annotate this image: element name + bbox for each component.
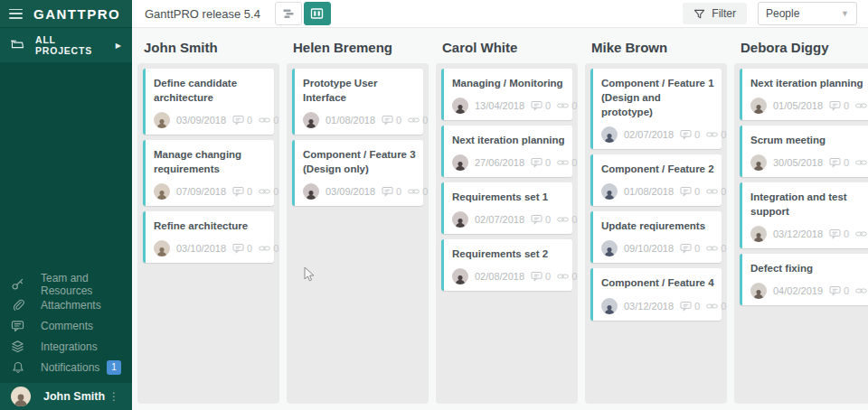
sidebar-spacer [0, 62, 132, 274]
comments-count: 0 [382, 115, 401, 126]
column-title: John Smith [137, 28, 279, 63]
task-meta: 09/10/2018 0 0 [601, 240, 714, 256]
column-body[interactable]: Managing / Monitoring 13/04/2018 0 0 Nex… [436, 63, 578, 404]
comment-count-icon [680, 301, 692, 312]
key-icon [11, 277, 24, 291]
comments-count: 0 [680, 301, 700, 312]
comment-count-icon [232, 243, 244, 254]
task-title: Component / Feature 1 (Design and protot… [601, 76, 714, 119]
task-date: 03/10/2018 [176, 243, 226, 254]
task-title: Component / Feature 4 [601, 275, 714, 290]
main-area: GanttPRO release 5.4 Filter People ▼ J [132, 0, 868, 410]
task-card[interactable]: Requirements set 2 02/08/2018 0 0 [441, 239, 572, 291]
link-icon [408, 187, 420, 196]
task-title: Requirements set 2 [452, 247, 565, 261]
attachments-count: 0 [557, 271, 577, 282]
dots-vertical-icon[interactable]: ⋮ [107, 390, 121, 403]
sidebar-item-label: Team and Resources [41, 272, 121, 297]
task-card[interactable]: Component / Feature 4 03/12/2018 0 0 [590, 268, 722, 320]
group-by-select[interactable]: People ▼ [758, 2, 857, 25]
assignee-avatar [601, 183, 618, 200]
all-projects-row[interactable]: ALL PROJECTS ▶ [0, 27, 132, 62]
column-body[interactable]: Define candidate architecture 03/09/2018… [137, 63, 279, 404]
task-card[interactable]: Requirements set 1 02/07/2018 0 0 [441, 182, 572, 234]
attachments-count: 0 [408, 186, 428, 197]
comments-count: 0 [531, 271, 551, 282]
task-card[interactable]: Component / Feature 1 (Design and protot… [590, 69, 722, 149]
task-card[interactable]: Manage changing requirements 07/09/2018 … [143, 140, 274, 206]
assignee-avatar [154, 183, 170, 200]
funnel-icon [693, 8, 705, 20]
task-meta: 03/09/2018 0 0 [154, 112, 267, 128]
gantt-view-icon[interactable] [275, 2, 302, 25]
comments-count: 0 [382, 186, 401, 197]
attachments-count: 0 [855, 228, 868, 239]
column-body[interactable]: Component / Feature 1 (Design and protot… [585, 63, 727, 404]
assignee-avatar [452, 154, 468, 171]
sidebar-item-comments[interactable]: Comments [0, 315, 132, 336]
column-title: Debora Diggy [734, 28, 868, 63]
attachments-count: 0 [557, 100, 577, 111]
task-meta: 01/08/2018 0 0 [303, 112, 416, 128]
assignee-avatar [750, 154, 767, 171]
sidebar-item-notifications[interactable]: Notifications 1 [0, 357, 132, 377]
assignee-avatar [601, 298, 618, 314]
link-icon [855, 229, 867, 238]
link-icon [855, 101, 867, 110]
kanban-board: John Smith Define candidate architecture… [132, 28, 868, 410]
task-date: 01/05/2018 [773, 100, 823, 111]
link-icon [855, 286, 867, 295]
task-date: 13/04/2018 [475, 100, 524, 111]
column-body[interactable]: Next iteration planning 01/05/2018 0 0 S… [734, 63, 868, 404]
task-title: Requirements set 1 [452, 190, 565, 204]
link-icon [855, 158, 867, 167]
task-date: 09/10/2018 [624, 243, 674, 254]
task-card[interactable]: Defect fixing 04/02/2019 0 0 [740, 254, 868, 305]
attachments-count: 0 [706, 186, 726, 197]
topbar: GanttPRO release 5.4 Filter People ▼ [132, 0, 868, 28]
link-icon [557, 101, 569, 110]
task-card[interactable]: Integration and test support 03/12/2018 … [740, 182, 868, 248]
link-icon [706, 130, 718, 139]
column-body[interactable]: Prototype User Interface 01/08/2018 0 0 … [287, 63, 429, 404]
task-card[interactable]: Component / Feature 2 01/08/2018 0 0 [590, 154, 722, 206]
comments-count: 0 [232, 115, 252, 126]
task-card[interactable]: Update reqiurements 09/10/2018 0 0 [590, 211, 722, 263]
sidebar-item-integrations[interactable]: Integrations [0, 336, 132, 357]
user-row[interactable]: John Smith ⋮ [0, 383, 132, 410]
task-meta: 03/12/2018 0 0 [601, 298, 714, 314]
sidebar-item-team-and-resources[interactable]: Team and Resources [0, 274, 132, 294]
filter-button[interactable]: Filter [683, 3, 747, 24]
sidebar: GANTTPRO ALL PROJECTS ▶ Team and Resourc… [0, 0, 132, 410]
column-title: Mike Brown [585, 28, 727, 63]
task-card[interactable]: Next iteration planning 27/06/2018 0 0 [441, 126, 572, 177]
task-card[interactable]: Prototype User Interface 01/08/2018 0 0 [292, 69, 423, 135]
task-card[interactable]: Next iteration planning 01/05/2018 0 0 [740, 69, 868, 120]
task-date: 01/08/2018 [624, 186, 674, 197]
task-card[interactable]: Managing / Monitoring 13/04/2018 0 0 [441, 69, 572, 120]
task-title: Refine architecture [154, 219, 267, 233]
attachments-count: 0 [855, 157, 868, 168]
chevron-right-icon[interactable]: ▶ [116, 42, 121, 50]
hamburger-icon[interactable] [9, 9, 23, 19]
task-meta: 30/05/2018 0 0 [750, 154, 863, 171]
task-card[interactable]: Component / Feature 3 (Design only) 03/0… [292, 140, 423, 206]
link-icon [706, 187, 718, 196]
comments-count: 0 [531, 100, 551, 111]
task-title: Define candidate architecture [154, 76, 267, 105]
sidebar-item-label: Comments [41, 320, 121, 332]
comments-count: 0 [829, 157, 849, 168]
comment-count-icon [232, 115, 244, 126]
comments-count: 0 [680, 186, 700, 197]
task-card[interactable]: Define candidate architecture 03/09/2018… [143, 69, 274, 135]
board-view-icon[interactable] [304, 2, 331, 25]
link-icon [259, 116, 270, 125]
attachments-count: 0 [408, 115, 428, 126]
sidebar-item-attachments[interactable]: Attachments [0, 294, 132, 315]
comment-count-icon [232, 186, 244, 197]
task-card[interactable]: Scrum meeting 30/05/2018 0 0 [740, 126, 868, 177]
link-icon [259, 187, 270, 196]
task-card[interactable]: Refine architecture 03/10/2018 0 0 [143, 211, 274, 263]
column-helen-bremeng: Helen Bremeng Prototype User Interface 0… [287, 28, 429, 410]
view-toggle [275, 2, 331, 25]
